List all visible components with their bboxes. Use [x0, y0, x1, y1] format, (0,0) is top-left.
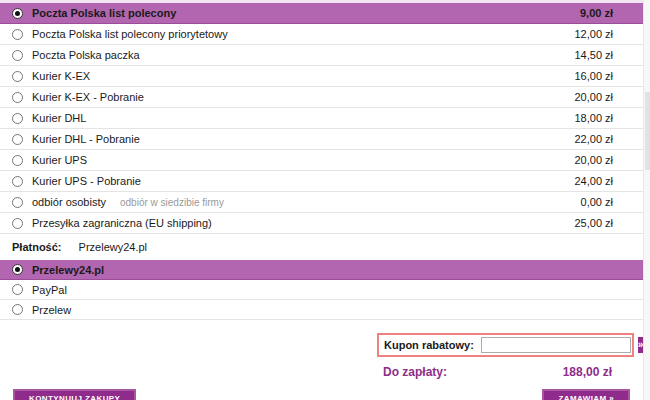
coupon-input[interactable]: [481, 337, 631, 353]
shipping-option-price: 16,00 zł: [574, 70, 613, 82]
order-button[interactable]: ZAMAWIAM »: [542, 389, 630, 400]
payment-option-row[interactable]: PayPal: [0, 280, 643, 300]
shipping-option-row[interactable]: odbiór osobisty odbiór w siedzibie firmy…: [0, 192, 643, 213]
total-label: Do zapłaty:: [383, 365, 447, 379]
shipping-options-list: Poczta Polska list polecony 9,00 zł Pocz…: [0, 3, 643, 234]
shipping-option-label: Przesyłka zagraniczna (EU shipping): [32, 217, 212, 229]
total-section: Do zapłaty: 188,00 zł: [383, 364, 612, 379]
payment-option-label: Przelew: [32, 304, 71, 316]
payment-option-label: Przelewy24.pl: [32, 264, 104, 276]
shipping-option-price: 24,00 zł: [574, 175, 613, 187]
shipping-option-row[interactable]: Kurier UPS - Pobranie 24,00 zł: [0, 171, 643, 192]
payment-heading-value: Przelewy24.pl: [79, 241, 147, 253]
payment-option-label: PayPal: [32, 284, 67, 296]
radio-button-icon[interactable]: [12, 176, 23, 187]
coupon-section: Kupon rabatowy: »: [0, 333, 643, 357]
payment-option-row[interactable]: Przelew: [0, 300, 643, 320]
shipping-option-price: 20,00 zł: [574, 91, 613, 103]
radio-button-icon[interactable]: [12, 8, 23, 19]
scrollbar[interactable]: [643, 0, 650, 400]
shipping-option-price: 20,00 zł: [574, 154, 613, 166]
payment-options-list: Przelewy24.pl PayPal Przelew: [0, 260, 643, 320]
shipping-option-price: 0,00 zł: [581, 196, 613, 208]
shipping-option-label: Kurier K-EX - Pobranie: [32, 91, 144, 103]
shipping-option-row[interactable]: Kurier UPS 20,00 zł: [0, 150, 643, 171]
shipping-option-row[interactable]: Kurier K-EX 16,00 zł: [0, 66, 643, 87]
shipping-option-price: 25,00 zł: [574, 217, 613, 229]
shipping-option-label: Kurier DHL: [32, 112, 86, 124]
payment-heading: Płatność: Przelewy24.pl: [0, 241, 643, 254]
shipping-option-label: odbiór osobisty: [32, 196, 106, 208]
shipping-option-label: Poczta Polska paczka: [32, 49, 140, 61]
payment-option-row[interactable]: Przelewy24.pl: [0, 260, 643, 280]
radio-button-icon[interactable]: [12, 218, 23, 229]
shipping-option-price: 12,00 zł: [574, 28, 613, 40]
radio-dot: [15, 11, 20, 16]
coupon-label: Kupon rabatowy:: [384, 339, 474, 351]
radio-button-icon[interactable]: [12, 155, 23, 166]
radio-button-icon[interactable]: [12, 304, 23, 315]
payment-heading-label: Płatność:: [12, 241, 62, 253]
shipping-option-row[interactable]: Poczta Polska paczka 14,50 zł: [0, 45, 643, 66]
shipping-option-price: 22,00 zł: [574, 133, 613, 145]
coupon-box: Kupon rabatowy: »: [377, 333, 634, 357]
radio-button-icon[interactable]: [12, 92, 23, 103]
action-buttons: KONTYNUUJ ZAKUPY ZAMAWIAM »: [13, 389, 630, 400]
shipping-option-price: 9,00 zł: [580, 7, 613, 19]
continue-shopping-button[interactable]: KONTYNUUJ ZAKUPY: [13, 389, 136, 400]
radio-button-icon[interactable]: [12, 284, 23, 295]
shipping-option-label: Poczta Polska list polecony: [32, 7, 176, 19]
shipping-option-price: 18,00 zł: [574, 112, 613, 124]
shipping-option-row[interactable]: Poczta Polska list polecony 9,00 zł: [0, 3, 643, 24]
shipping-option-label: Kurier UPS: [32, 154, 87, 166]
radio-button-icon[interactable]: [12, 197, 23, 208]
radio-button-icon[interactable]: [12, 264, 23, 275]
shipping-option-label: Kurier K-EX: [32, 70, 90, 82]
shipping-option-row[interactable]: Kurier DHL - Pobranie 22,00 zł: [0, 129, 643, 150]
checkout-page: Poczta Polska list polecony 9,00 zł Pocz…: [0, 0, 650, 400]
checkout-content: Poczta Polska list polecony 9,00 zł Pocz…: [0, 0, 643, 400]
radio-button-icon[interactable]: [12, 29, 23, 40]
shipping-option-row[interactable]: Poczta Polska list polecony priorytetowy…: [0, 24, 643, 45]
shipping-option-row[interactable]: Przesyłka zagraniczna (EU shipping) 25,0…: [0, 213, 643, 234]
shipping-option-label: Kurier DHL - Pobranie: [32, 133, 140, 145]
shipping-option-row[interactable]: Kurier DHL 18,00 zł: [0, 108, 643, 129]
total-value: 188,00 zł: [563, 365, 612, 379]
shipping-option-label: Kurier UPS - Pobranie: [32, 175, 141, 187]
radio-dot: [15, 267, 20, 272]
shipping-option-row[interactable]: Kurier K-EX - Pobranie 20,00 zł: [0, 87, 643, 108]
shipping-option-note: odbiór w siedzibie firmy: [120, 197, 224, 208]
radio-button-icon[interactable]: [12, 50, 23, 61]
shipping-option-label: Poczta Polska list polecony priorytetowy: [32, 28, 228, 40]
shipping-option-price: 14,50 zł: [574, 49, 613, 61]
radio-button-icon[interactable]: [12, 71, 23, 82]
radio-button-icon[interactable]: [12, 134, 23, 145]
radio-button-icon[interactable]: [12, 113, 23, 124]
scrollbar-thumb[interactable]: [645, 92, 650, 170]
